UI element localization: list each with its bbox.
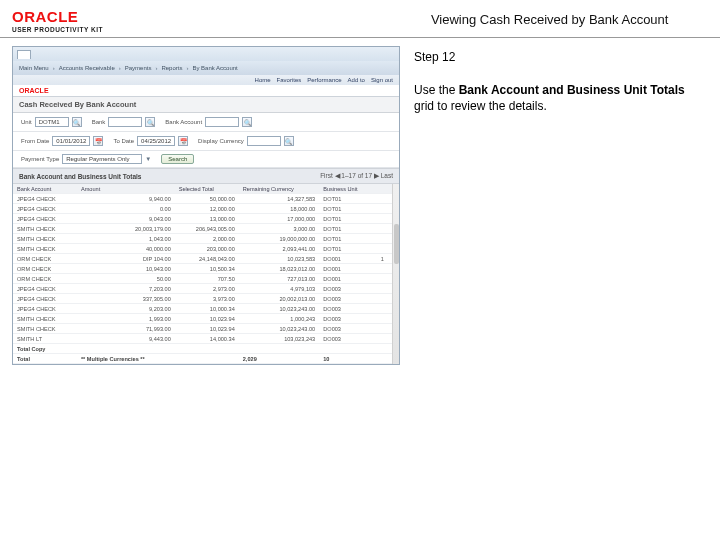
cell: 10,500.34 xyxy=(175,264,239,274)
todate-field: To Date 04/25/2012 📅 xyxy=(113,136,188,146)
cell: SMITH CHECK xyxy=(13,224,77,234)
search-icon[interactable]: 🔍 xyxy=(72,117,82,127)
scrollbar-thumb[interactable] xyxy=(394,224,399,264)
app-nav: Home Favorites Performance Add to Sign o… xyxy=(13,75,399,85)
cell: 14,327,583 xyxy=(239,194,319,204)
app-brand: ORACLE xyxy=(13,85,399,97)
cell: DO003 xyxy=(319,334,377,344)
todate-input[interactable]: 04/25/2012 xyxy=(137,136,175,146)
cell xyxy=(377,284,392,294)
step-label: Step 12 xyxy=(414,50,708,64)
table-wrap: Bank Account Amount Selected Total Remai… xyxy=(13,184,392,364)
chevron-down-icon[interactable]: ▼ xyxy=(145,156,151,162)
cell: 1,000,243 xyxy=(239,314,319,324)
page-title: Viewing Cash Received by Bank Account xyxy=(111,8,708,27)
bank-field: Bank 🔍 xyxy=(92,117,156,127)
calendar-icon[interactable]: 📅 xyxy=(93,136,103,146)
table-row: SMITH CHECK40,000.00203,000.002,093,441.… xyxy=(13,244,392,254)
cell: 9,203.00 xyxy=(77,304,175,314)
cell: JPEG4 CHECK xyxy=(13,304,77,314)
col-extra xyxy=(377,184,392,194)
body: Main Menu Accounts Receivable Payments R… xyxy=(0,38,720,540)
cell: DO003 xyxy=(319,324,377,334)
cell: DO001 xyxy=(319,264,377,274)
cell: 1,043.00 xyxy=(77,234,175,244)
todate-label: To Date xyxy=(113,138,134,144)
instruction-panel: Step 12 Use the Bank Account and Busines… xyxy=(405,38,720,540)
cell: 50.00 xyxy=(77,274,175,284)
cell: DO001 xyxy=(319,274,377,284)
cell xyxy=(377,294,392,304)
cell xyxy=(377,334,392,344)
cell: 10,000.34 xyxy=(175,304,239,314)
cell: JPEG4 CHECK xyxy=(13,294,77,304)
cell xyxy=(377,194,392,204)
col-bank-account: Bank Account xyxy=(13,184,77,194)
cell: DOT01 xyxy=(319,214,377,224)
search-icon[interactable]: 🔍 xyxy=(242,117,252,127)
cell: 1,993.00 xyxy=(77,314,175,324)
cell: DOT01 xyxy=(319,204,377,214)
cell: 1 xyxy=(377,254,392,264)
filters-row-2: From Date 01/01/2012 📅 To Date 04/25/201… xyxy=(13,132,399,151)
cell xyxy=(377,274,392,284)
bank-label: Bank xyxy=(92,119,106,125)
table-row: JPEG4 CHECK0.0012,000.0018,000.00DOT01 xyxy=(13,204,392,214)
breadcrumb: Main Menu Accounts Receivable Payments R… xyxy=(13,61,399,75)
type-select[interactable]: Regular Payments Only xyxy=(62,154,142,164)
cell: 10,943.00 xyxy=(77,264,175,274)
cell: SMITH CHECK xyxy=(13,234,77,244)
cell: DO003 xyxy=(319,314,377,324)
cell: JPEG4 CHECK xyxy=(13,204,77,214)
cell: 10,023,583 xyxy=(239,254,319,264)
nav-home: Home xyxy=(255,77,271,83)
nav-logout: Sign out xyxy=(371,77,393,83)
calendar-icon[interactable]: 📅 xyxy=(178,136,188,146)
scrollbar[interactable] xyxy=(392,184,399,364)
grid-body-wrap: Bank Account Amount Selected Total Remai… xyxy=(13,184,399,364)
table-row: ORM CHECK10,943.0010,500.3418,023,012.00… xyxy=(13,264,392,274)
cell: DO001 xyxy=(319,254,377,264)
bank-input[interactable] xyxy=(108,117,142,127)
screenshot-panel: Main Menu Accounts Receivable Payments R… xyxy=(0,38,405,540)
crumb: Payments xyxy=(125,65,152,71)
cell xyxy=(377,314,392,324)
unit-input[interactable]: DOTM1 xyxy=(35,117,69,127)
cell: 0.00 xyxy=(77,204,175,214)
crumb: Accounts Receivable xyxy=(59,65,115,71)
cell xyxy=(377,204,392,214)
table-row: SMITH CHECK71,993.0010,023.9410,023,243.… xyxy=(13,324,392,334)
nav-add: Add to xyxy=(348,77,365,83)
cell: DIP 104.00 xyxy=(77,254,175,264)
cell: 13,000.00 xyxy=(175,214,239,224)
table-row: SMITH CHECK1,993.0010,023.941,000,243DO0… xyxy=(13,314,392,324)
type-label: Payment Type xyxy=(21,156,59,162)
type-field: Payment Type Regular Payments Only ▼ xyxy=(21,154,151,164)
crumb: Main Menu xyxy=(19,65,49,71)
oracle-logo: ORACLE xyxy=(12,8,78,25)
search-button[interactable]: Search xyxy=(161,154,194,164)
search-icon[interactable]: 🔍 xyxy=(284,136,294,146)
cell: 50,000.00 xyxy=(175,194,239,204)
cell xyxy=(77,344,175,354)
cell: ** Multiple Currencies ** xyxy=(77,354,175,364)
search-icon[interactable]: 🔍 xyxy=(145,117,155,127)
cell: 4,979,103 xyxy=(239,284,319,294)
cell: 2,029 xyxy=(239,354,319,364)
table-row: SMITH LT9,443.0014,000.34103,023,243DO00… xyxy=(13,334,392,344)
instr-bold: Bank Account and Business Unit Totals xyxy=(459,83,685,97)
fromdate-input[interactable]: 01/01/2012 xyxy=(52,136,90,146)
ccy-input[interactable] xyxy=(247,136,281,146)
cell: 20,003,179.00 xyxy=(77,224,175,234)
table-row: SMITH CHECK20,003,179.00206,943,005.003,… xyxy=(13,224,392,234)
table-row: JPEG4 CHECK7,203.002,973.004,979,103DO00… xyxy=(13,284,392,294)
cell: SMITH CHECK xyxy=(13,314,77,324)
cell: 3,000.00 xyxy=(239,224,319,234)
table-row: JPEG4 CHECK9,043.0013,000.0017,000,000DO… xyxy=(13,214,392,224)
cell xyxy=(175,354,239,364)
pager[interactable]: First ◀ 1–17 of 17 ▶ Last xyxy=(320,172,393,180)
acct-input[interactable] xyxy=(205,117,239,127)
cell: 7,203.00 xyxy=(77,284,175,294)
cell: 20,002,013.00 xyxy=(239,294,319,304)
header: ORACLE USER PRODUCTIVITY KIT Viewing Cas… xyxy=(0,0,720,38)
